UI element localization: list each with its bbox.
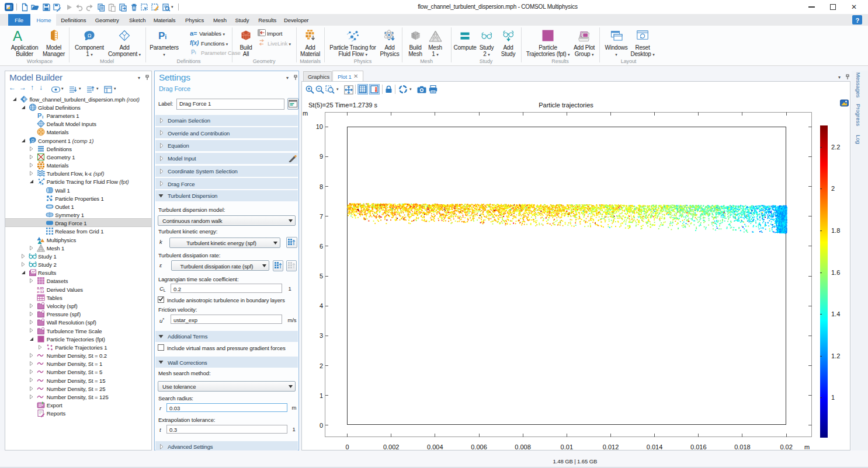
svg-text:e-12: e-12	[37, 290, 45, 294]
svg-text:Ω: Ω	[88, 33, 92, 39]
svg-text:8.85: 8.85	[37, 286, 44, 289]
svg-text:P: P	[37, 112, 41, 119]
svg-text:i: i	[42, 114, 43, 120]
svg-text:Ω: Ω	[31, 138, 34, 142]
